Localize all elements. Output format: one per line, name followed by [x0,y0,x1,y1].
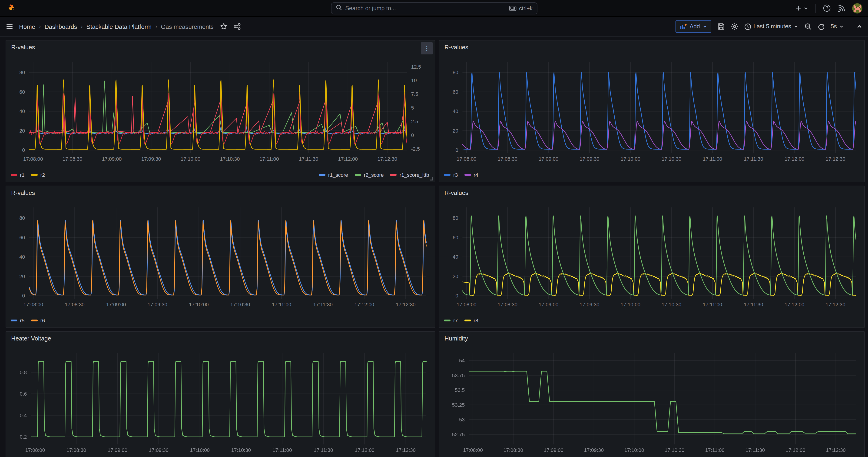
legend-item-r6[interactable]: r6 [31,318,45,323]
svg-text:17:10:30: 17:10:30 [661,156,681,162]
svg-text:17:08:00: 17:08:00 [25,447,45,453]
mega-menu-toggle[interactable] [6,23,13,30]
svg-text:0.2: 0.2 [20,434,27,440]
breadcrumb-dashboards[interactable]: Dashboards [44,23,77,30]
chevron-up-icon [857,24,862,30]
panel-legend-right: r1_scorer2_scorer1_score_lttb [319,172,429,178]
time-series-chart[interactable]: 02040608017:08:0017:08:3017:09:0017:09:3… [439,186,864,328]
breadcrumb: Home › Dashboards › Stackable Data Platf… [19,23,214,30]
svg-text:17:08:30: 17:08:30 [66,447,86,453]
plus-icon [795,5,802,12]
legend-item-r4[interactable]: r4 [464,172,478,178]
svg-text:2.5: 2.5 [411,119,418,124]
svg-text:17:11:00: 17:11:00 [705,447,724,453]
dashboard-settings-button[interactable] [731,23,738,30]
legend-label: r4 [474,172,478,178]
legend-swatch [464,319,471,322]
svg-text:0: 0 [455,147,458,153]
save-icon [717,23,724,30]
help-button[interactable] [823,4,831,12]
svg-text:17:12:00: 17:12:00 [355,447,374,453]
time-series-chart[interactable]: 0.20.40.60.817:08:0017:08:3017:09:0017:0… [6,332,435,457]
svg-text:17:10:00: 17:10:00 [621,302,641,307]
panel-r-values-3: R-values02040608017:08:0017:08:3017:09:0… [6,186,435,328]
legend-swatch [11,319,17,322]
svg-text:17:08:30: 17:08:30 [63,156,82,162]
toolbar-divider [850,22,850,31]
legend-label: r7 [453,318,458,323]
svg-text:17:12:00: 17:12:00 [338,156,358,162]
legend-item-r8[interactable]: r8 [464,318,478,323]
svg-text:17:09:30: 17:09:30 [584,447,604,453]
zoom-out-time-button[interactable] [804,23,812,30]
svg-text:17:09:00: 17:09:00 [106,302,126,307]
share-button[interactable] [234,23,241,30]
refresh-icon [818,23,825,30]
legend-item-r1[interactable]: r1 [11,172,25,178]
search-icon [335,4,342,12]
grafana-logo-icon[interactable] [6,3,16,13]
panel-resize-handle[interactable] [430,177,433,180]
save-dashboard-button[interactable] [717,23,724,30]
legend-swatch [444,174,451,176]
svg-text:17:09:30: 17:09:30 [148,302,167,307]
clock-icon [744,23,751,30]
new-menu-button[interactable] [795,5,808,12]
refresh-button[interactable] [818,23,825,30]
legend-swatch [31,319,38,322]
panel-legend: r1r2r1_scorer2_scorer1_score_lttb [11,172,429,178]
legend-item-r3[interactable]: r3 [444,172,458,178]
svg-text:80: 80 [19,215,25,221]
time-series-chart[interactable]: 52.755353.2553.553.755417:08:0017:08:301… [439,332,864,457]
search-input[interactable] [345,5,506,11]
svg-text:20: 20 [19,274,25,279]
grafana-app: ctrl+k [0,0,868,457]
legend-item-r1_score[interactable]: r1_score [319,172,348,178]
svg-text:60: 60 [453,235,458,241]
svg-text:0: 0 [411,132,414,138]
breadcrumb-home[interactable]: Home [19,23,35,30]
svg-text:17:11:30: 17:11:30 [313,302,333,307]
svg-text:17:08:30: 17:08:30 [498,302,518,307]
chevron-down-icon [839,24,844,29]
svg-text:53.25: 53.25 [452,402,465,408]
svg-text:10: 10 [411,78,417,83]
svg-text:80: 80 [19,69,25,75]
global-search[interactable]: ctrl+k [331,2,537,14]
svg-text:53.5: 53.5 [455,387,465,393]
svg-text:0.4: 0.4 [20,413,27,418]
svg-text:20: 20 [19,128,25,134]
add-panel-button[interactable]: Add [676,21,711,33]
refresh-interval-picker[interactable]: 5s [831,23,844,30]
series-r1_score_lttb [29,95,407,133]
news-button[interactable] [838,4,845,12]
legend-swatch [390,174,397,176]
legend-item-r2_score[interactable]: r2_score [354,172,384,178]
share-icon [234,23,241,30]
time-range-picker[interactable]: Last 5 minutes [744,23,798,30]
legend-item-r7[interactable]: r7 [444,318,458,323]
svg-text:17:11:00: 17:11:00 [703,302,722,307]
search-shortcut: ctrl+k [509,5,533,11]
legend-item-r1_score_lttb[interactable]: r1_score_lttb [390,172,429,178]
legend-label: r1_score_lttb [400,172,429,178]
svg-text:17:11:00: 17:11:00 [703,156,722,162]
series-r4 [462,121,856,149]
series-r6 [29,221,426,295]
time-series-chart[interactable]: 02040608017:08:0017:08:3017:09:0017:09:3… [6,186,435,328]
user-avatar[interactable] [852,3,862,13]
legend-label: r2 [40,172,45,178]
svg-text:40: 40 [453,254,458,260]
legend-item-r2[interactable]: r2 [31,172,45,178]
time-series-chart[interactable]: 020406080-2.502.557.51012.517:08:0017:08… [6,40,435,182]
svg-text:40: 40 [453,109,458,114]
legend-item-r5[interactable]: r5 [11,318,25,323]
legend-label: r2_score [364,172,384,178]
favorite-button[interactable] [220,23,227,30]
time-series-chart[interactable]: 02040608017:08:0017:08:3017:09:0017:09:3… [439,40,864,182]
legend-label: r3 [453,172,458,178]
svg-text:17:12:30: 17:12:30 [826,156,845,162]
collapse-toolbar-button[interactable] [857,24,862,30]
svg-text:0: 0 [455,293,458,299]
breadcrumb-folder[interactable]: Stackable Data Platform [87,23,152,30]
